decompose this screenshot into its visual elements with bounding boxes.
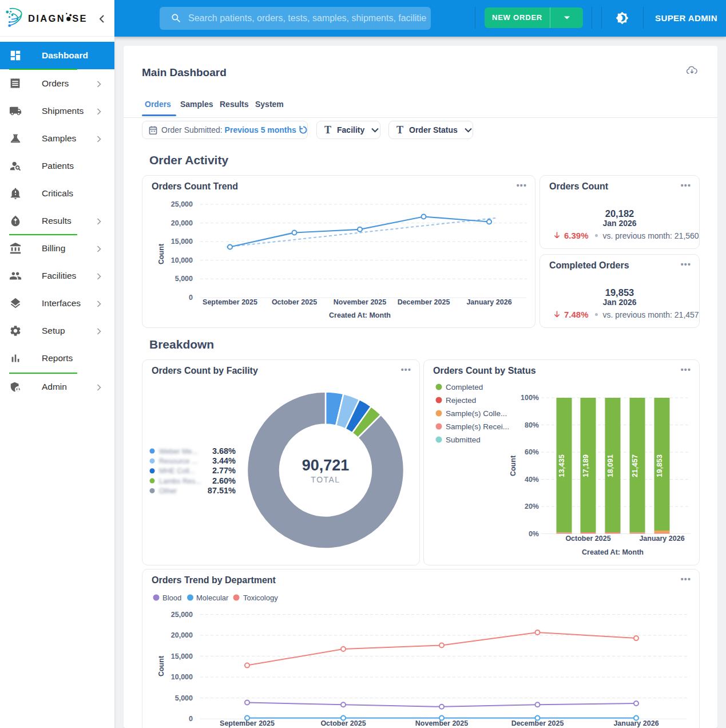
svg-text:3.44%: 3.44%: [212, 456, 236, 465]
svg-text:25,000: 25,000: [171, 611, 193, 619]
svg-text:0: 0: [189, 715, 193, 723]
svg-text:September 2025: September 2025: [203, 298, 257, 306]
svg-text:December 2025: December 2025: [398, 298, 450, 306]
svg-text:Sample(s) Colle...: Sample(s) Colle...: [446, 409, 507, 418]
svg-text:Count: Count: [509, 455, 517, 476]
svg-text:October 2025: October 2025: [565, 535, 610, 543]
svg-text:20%: 20%: [525, 503, 539, 511]
svg-text:100%: 100%: [521, 394, 539, 402]
svg-text:17,189: 17,189: [581, 454, 590, 477]
svg-text:Other: Other: [159, 487, 177, 495]
svg-text:January 2026: January 2026: [639, 535, 684, 543]
svg-text:Toxicology: Toxicology: [243, 594, 278, 602]
svg-text:87.51%: 87.51%: [208, 486, 236, 495]
svg-text:40%: 40%: [525, 476, 539, 484]
svg-text:TOTAL: TOTAL: [311, 475, 340, 484]
svg-text:Completed: Completed: [446, 383, 483, 391]
svg-text:Sample(s) Recei...: Sample(s) Recei...: [446, 422, 509, 431]
svg-text:November 2025: November 2025: [334, 298, 386, 306]
svg-text:Weber Me...: Weber Me...: [159, 448, 198, 456]
svg-text:80%: 80%: [525, 421, 539, 429]
svg-text:0%: 0%: [529, 530, 539, 538]
svg-text:20,000: 20,000: [171, 219, 193, 227]
svg-text:25,000: 25,000: [171, 200, 193, 208]
svg-text:Submitted: Submitted: [446, 436, 481, 444]
svg-text:10,000: 10,000: [171, 256, 193, 264]
svg-text:18,091: 18,091: [606, 454, 614, 477]
svg-text:10,000: 10,000: [171, 673, 193, 681]
svg-text:21,457: 21,457: [630, 454, 639, 477]
svg-text:Created At: Month: Created At: Month: [329, 311, 391, 319]
svg-text:Count: Count: [157, 655, 165, 676]
svg-text:5,000: 5,000: [175, 694, 193, 702]
svg-text:90,721: 90,721: [302, 457, 350, 474]
svg-text:20,000: 20,000: [171, 631, 193, 639]
svg-text:2.60%: 2.60%: [212, 476, 236, 485]
svg-text:2.77%: 2.77%: [212, 466, 236, 475]
svg-text:January 2026: January 2026: [466, 298, 511, 306]
svg-text:5,000: 5,000: [175, 275, 193, 283]
svg-text:Resource ...: Resource ...: [159, 457, 197, 465]
svg-text:Rejected: Rejected: [446, 396, 476, 405]
svg-text:Count: Count: [157, 243, 165, 264]
svg-text:Molecular: Molecular: [196, 594, 229, 602]
svg-text:Created At: Month: Created At: Month: [582, 548, 644, 556]
svg-text:15,000: 15,000: [171, 238, 193, 246]
svg-text:Blood: Blood: [162, 594, 181, 602]
svg-text:MHE Coll...: MHE Coll...: [159, 467, 195, 475]
svg-text:0: 0: [189, 294, 193, 302]
svg-text:13,435: 13,435: [557, 454, 566, 477]
svg-text:60%: 60%: [525, 448, 539, 456]
svg-text:3.68%: 3.68%: [212, 446, 236, 456]
svg-text:19,853: 19,853: [655, 454, 664, 477]
svg-text:October 2025: October 2025: [272, 298, 317, 306]
svg-text:15,000: 15,000: [171, 652, 193, 660]
svg-text:Lambs Res...: Lambs Res...: [159, 477, 201, 485]
